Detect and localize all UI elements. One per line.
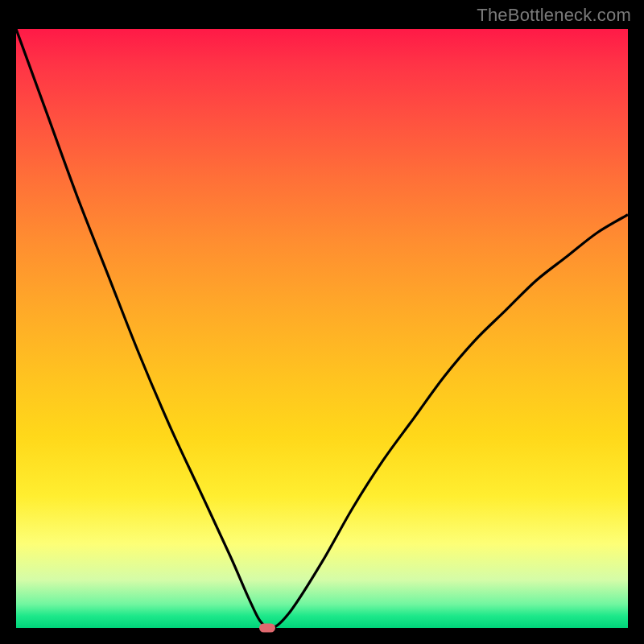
- chart-frame: TheBottleneck.com: [0, 0, 644, 644]
- watermark-text: TheBottleneck.com: [477, 5, 631, 26]
- bottleneck-curve-path: [16, 29, 628, 628]
- minimum-marker: [259, 624, 275, 633]
- plot-area: [16, 29, 628, 628]
- curve-svg: [16, 29, 628, 628]
